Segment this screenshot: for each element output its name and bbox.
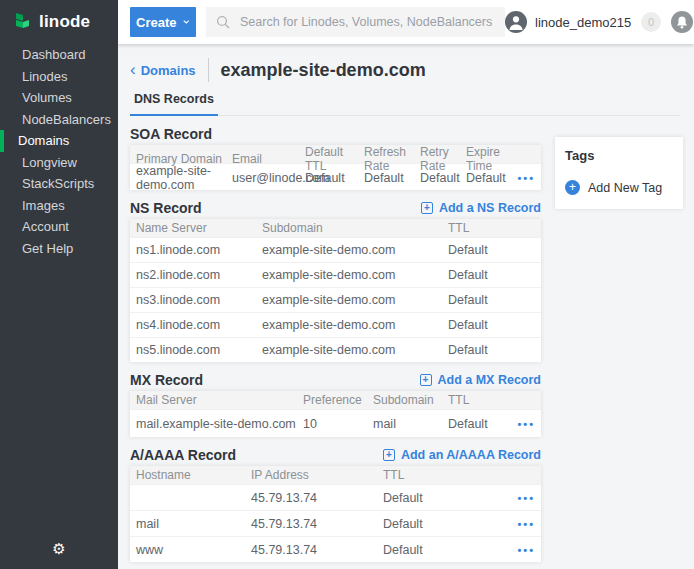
column-header: TTL — [383, 468, 506, 482]
table-row: ns4.linode.comexample-site-demo.comDefau… — [130, 312, 541, 337]
column-header: Refresh Rate — [364, 145, 420, 173]
tab-dns-records[interactable]: DNS Records — [130, 92, 218, 116]
column-header: Mail Server — [130, 393, 303, 407]
table-cell: Default — [383, 517, 506, 531]
plus-icon: + — [565, 180, 580, 195]
column-header: Email — [232, 152, 305, 166]
sidebar-item-label: Dashboard — [22, 47, 86, 62]
search-bar[interactable] — [206, 7, 505, 37]
table-cell: example-site-demo.com — [262, 343, 448, 357]
table-cell: example-site-demo.com — [262, 243, 448, 257]
table-cell: example-site-demo.com — [262, 293, 448, 307]
sidebar-item-longview[interactable]: Longview — [0, 152, 118, 174]
avatar[interactable] — [505, 11, 527, 33]
column-header: Expire Time — [466, 145, 506, 173]
add-plus-icon: + — [421, 202, 433, 214]
action-menu-ellipsis-button[interactable]: ••• — [517, 418, 535, 430]
sidebar-item-dashboard[interactable]: Dashboard — [0, 44, 118, 66]
table-cell: ns4.linode.com — [130, 318, 262, 332]
topbar: Create linode_demo215 0 — [118, 0, 694, 44]
record-sections: SOA RecordPrimary DomainEmailDefault TTL… — [130, 125, 541, 562]
column-header: TTL — [448, 393, 506, 407]
table-cell: ns1.linode.com — [130, 243, 262, 257]
action-menu-ellipsis-button[interactable]: ••• — [517, 544, 535, 556]
table-header-row: HostnameIP AddressTTL — [130, 466, 541, 484]
table-cell: Default — [420, 171, 466, 185]
table-row: 45.79.13.74Default••• — [130, 484, 541, 510]
section-title: NS Record — [130, 200, 202, 216]
table-cell: Default — [448, 243, 541, 257]
record-section: SOA RecordPrimary DomainEmailDefault TTL… — [130, 125, 541, 190]
sidebar-item-label: Images — [22, 198, 65, 213]
row-actions: ••• — [506, 491, 541, 505]
column-header: Subdomain — [262, 221, 448, 235]
table-cell: Default — [448, 318, 541, 332]
notification-badge[interactable]: 0 — [641, 12, 661, 32]
sidebar-item-label: NodeBalancers — [22, 112, 111, 127]
column-header: Retry Rate — [420, 145, 466, 173]
action-menu-ellipsis-button[interactable]: ••• — [517, 518, 535, 530]
action-menu-ellipsis-button[interactable]: ••• — [517, 492, 535, 504]
table-cell: Default — [383, 491, 506, 505]
add-plus-icon: + — [383, 449, 395, 461]
brand-logo[interactable]: linode — [0, 0, 118, 44]
table-cell: mail — [130, 517, 251, 531]
add-new-tag-button[interactable]: + Add New Tag — [565, 180, 673, 195]
section-title: A/AAAA Record — [130, 447, 236, 463]
table-cell: ns3.linode.com — [130, 293, 262, 307]
breadcrumb: ‹ Domains example-site-demo.com — [130, 56, 694, 84]
add-record-link[interactable]: +Add a MX Record — [420, 373, 542, 387]
section-title: MX Record — [130, 372, 203, 388]
table-cell: Default — [448, 268, 541, 282]
create-button[interactable]: Create — [130, 7, 196, 37]
add-record-link[interactable]: +Add an A/AAAA Record — [383, 448, 541, 462]
user-icon — [505, 11, 527, 33]
column-header: Hostname — [130, 468, 251, 482]
chevron-down-icon — [183, 19, 190, 25]
sidebar-item-nodebalancers[interactable]: NodeBalancers — [0, 109, 118, 131]
table-cell: 45.79.13.74 — [251, 543, 383, 557]
sidebar-item-label: Domains — [18, 133, 69, 148]
search-input[interactable] — [238, 14, 495, 30]
sidebar-item-get-help[interactable]: Get Help — [0, 238, 118, 260]
main-content: ‹ Domains example-site-demo.com DNS Reco… — [118, 44, 694, 569]
table-cell: Default — [383, 543, 506, 557]
sidebar-item-linodes[interactable]: Linodes — [0, 66, 118, 88]
add-record-link[interactable]: +Add a NS Record — [421, 201, 541, 215]
record-section: NS Record+Add a NS RecordName ServerSubd… — [130, 199, 541, 362]
sidebar-item-label: Volumes — [22, 90, 72, 105]
add-record-label: Add a MX Record — [438, 373, 542, 387]
sidebar-item-stackscripts[interactable]: StackScripts — [0, 173, 118, 195]
table-cell: mail — [373, 417, 448, 431]
table-cell: example-site-demo.com — [262, 318, 448, 332]
table-cell: ns2.linode.com — [130, 268, 262, 282]
table-row: ns3.linode.comexample-site-demo.comDefau… — [130, 287, 541, 312]
sidebar-item-images[interactable]: Images — [0, 195, 118, 217]
username[interactable]: linode_demo215 — [535, 15, 631, 30]
table-cell: example-site-demo.com — [130, 164, 232, 192]
sidebar-item-domains[interactable]: Domains — [0, 130, 118, 152]
bell-icon — [676, 16, 688, 29]
row-actions: ••• — [506, 171, 541, 185]
notifications-bell-button[interactable] — [671, 11, 693, 33]
table-cell: example-site-demo.com — [262, 268, 448, 282]
table-cell: Default — [466, 171, 506, 185]
sidebar-item-account[interactable]: Account — [0, 216, 118, 238]
sidebar: DashboardLinodesVolumesNodeBalancersDoma… — [0, 44, 118, 569]
add-record-label: Add a NS Record — [439, 201, 541, 215]
action-menu-ellipsis-button[interactable]: ••• — [517, 172, 535, 184]
sidebar-item-volumes[interactable]: Volumes — [0, 87, 118, 109]
sidebar-item-label: Longview — [22, 155, 77, 170]
table-header-row: Name ServerSubdomainTTL — [130, 219, 541, 237]
table-header-row: Mail ServerPreferenceSubdomainTTL — [130, 391, 541, 409]
table-cell: 45.79.13.74 — [251, 517, 383, 531]
table-cell: 45.79.13.74 — [251, 491, 383, 505]
row-actions: ••• — [506, 417, 541, 431]
create-button-label: Create — [136, 15, 176, 30]
table-cell: www — [130, 543, 251, 557]
breadcrumb-back-link[interactable]: ‹ Domains — [130, 63, 196, 78]
table-row: www45.79.13.74Default••• — [130, 536, 541, 562]
settings-gear-icon[interactable]: ⚙ — [0, 541, 118, 556]
add-new-tag-label: Add New Tag — [588, 181, 662, 195]
table-row: ns2.linode.comexample-site-demo.comDefau… — [130, 262, 541, 287]
